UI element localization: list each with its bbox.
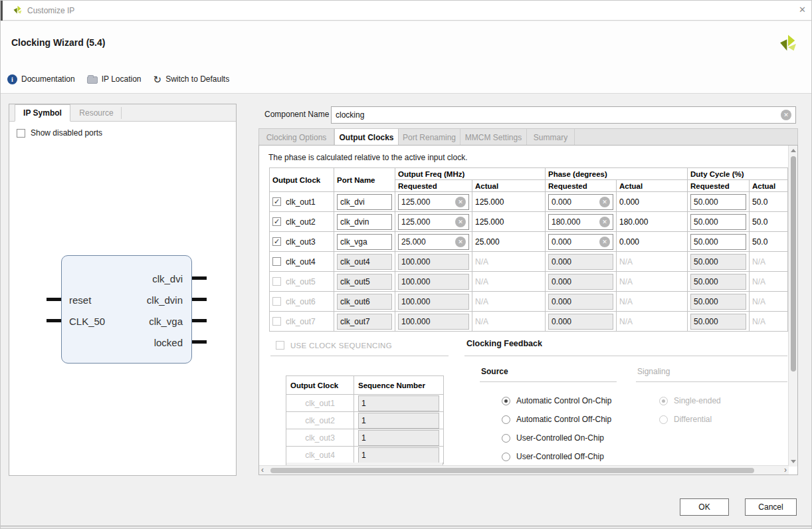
window-bottom-edge [1, 526, 812, 529]
scroll-left-icon[interactable]: ‹ [261, 465, 264, 475]
port-stub-clkvga [192, 319, 207, 322]
tab-resource[interactable]: Resource [72, 104, 121, 122]
phase-note: The phase is calculated relative to the … [268, 153, 468, 162]
col-duty-requested: Requested [688, 180, 750, 192]
col-duty-actual: Actual [750, 180, 788, 192]
phase-requested-input[interactable]: 0.000✕ [548, 194, 613, 210]
horizontal-scrollbar[interactable]: ‹ › [259, 465, 789, 475]
ip-location-button[interactable]: IP Location [87, 74, 142, 84]
col-duty-cycle: Duty Cycle (%) [688, 168, 788, 180]
scroll-right-icon[interactable]: › [784, 465, 787, 475]
horizontal-scroll-thumb[interactable] [270, 468, 754, 473]
signaling-underline [636, 381, 787, 382]
close-icon[interactable]: ✕ [799, 5, 806, 15]
cancel-button[interactable]: Cancel [745, 498, 797, 516]
radio-differential: Differential [659, 415, 712, 424]
phase-requested-input[interactable]: 180.000✕ [548, 214, 613, 230]
ok-button[interactable]: OK [680, 498, 729, 516]
title-bar: Customize IP ✕ [1, 1, 812, 21]
radio-user-controlled-on-chip[interactable]: User-Controlled On-Chip [502, 433, 604, 443]
duty-requested-input: 50.000 [690, 274, 746, 290]
clear-icon[interactable]: ✕ [455, 237, 466, 247]
sequence-number-input: 1 [358, 430, 439, 446]
clk-out1-checkbox[interactable]: ✓ [272, 197, 281, 206]
duty-requested-input[interactable]: 50.000 [690, 194, 746, 210]
radio-automatic-control-off-chip[interactable]: Automatic Control Off-Chip [502, 415, 611, 424]
tab-mmcm-settings[interactable]: MMCM Settings [460, 129, 527, 146]
output-clocks-panel: The phase is calculated relative to the … [258, 145, 798, 475]
clear-icon[interactable]: ✕ [781, 110, 791, 120]
tab-output-clocks[interactable]: Output Clocks [334, 129, 399, 146]
switch-to-defaults-button[interactable]: ↻ Switch to Defaults [153, 74, 230, 84]
radio-icon [659, 415, 668, 424]
phase-requested-input: 0.000 [548, 254, 613, 270]
clear-icon[interactable]: ✕ [599, 217, 610, 227]
clear-icon[interactable]: ✕ [599, 237, 610, 247]
phase-requested-input[interactable]: 0.000✕ [548, 234, 613, 250]
duty-requested-input[interactable]: 50.000 [690, 234, 746, 250]
show-disabled-ports-checkbox[interactable] [17, 129, 25, 138]
port-name-input[interactable]: clk_vga [337, 234, 392, 250]
dialog-header: Clocking Wizard (5.4) i Documentation IP… [1, 21, 812, 94]
scroll-up-icon[interactable] [791, 149, 796, 152]
tab-divider [121, 107, 122, 119]
clear-icon[interactable]: ✕ [455, 217, 466, 227]
ip-symbol-panel: IP Symbol Resource Show disabled ports r… [9, 104, 237, 476]
table-row: clk_out2 1 [286, 412, 444, 429]
port-name-input: clk_out4 [337, 254, 392, 270]
port-name-input: clk_out7 [337, 314, 392, 330]
use-clock-sequencing-checkbox [276, 341, 284, 350]
refresh-icon: ↻ [153, 74, 162, 84]
clear-icon[interactable]: ✕ [455, 197, 466, 207]
col-output-clock: Output Clock [270, 168, 334, 192]
clk-out4-checkbox[interactable] [272, 257, 281, 266]
port-name-input[interactable]: clk_dvi [337, 194, 392, 210]
radio-automatic-control-on-chip[interactable]: Automatic Control On-Chip [502, 396, 611, 405]
duty-requested-input[interactable]: 50.000 [690, 214, 746, 230]
documentation-label: Documentation [21, 74, 75, 84]
duty-requested-input: 50.000 [690, 294, 746, 310]
scroll-down-icon[interactable] [791, 460, 796, 463]
tab-ip-symbol[interactable]: IP Symbol [15, 104, 70, 122]
clk-out2-checkbox[interactable]: ✓ [272, 217, 281, 226]
vertical-scrollbar[interactable] [788, 146, 797, 467]
tab-port-renaming[interactable]: Port Renaming [399, 129, 460, 146]
vertical-scroll-thumb[interactable] [791, 156, 796, 371]
port-name-input[interactable]: clk_dvin [337, 214, 392, 230]
radio-user-controlled-off-chip[interactable]: User-Controlled Off-Chip [502, 452, 604, 461]
freq-requested-input[interactable]: 25.000✕ [398, 234, 469, 250]
col-freq-actual: Actual [472, 180, 546, 192]
tab-summary[interactable]: Summary [527, 129, 575, 146]
ip-location-label: IP Location [102, 74, 142, 84]
clear-icon[interactable]: ✕ [599, 197, 610, 207]
col-phase: Phase (degrees) [546, 168, 688, 180]
signaling-group-label: Signaling [637, 367, 670, 376]
freq-requested-input[interactable]: 125.000✕ [398, 214, 469, 230]
radio-icon [502, 397, 510, 405]
port-name-input: clk_out6 [337, 294, 392, 310]
documentation-button[interactable]: i Documentation [7, 74, 75, 84]
use-clock-sequencing-row: USE CLOCK SEQUENCING [276, 341, 392, 350]
radio-icon [502, 434, 510, 443]
tab-clocking-options[interactable]: Clocking Options [259, 129, 334, 146]
output-clocks-table: Output Clock Port Name Output Freq (MHz)… [269, 167, 788, 332]
main-tab-bar: Clocking Options Output Clocks Port Rena… [258, 128, 798, 145]
table-row: clk_out5 clk_out5 100.000 N/A 0.000 N/A … [270, 272, 788, 292]
duty-requested-input: 50.000 [690, 254, 746, 270]
freq-requested-input: 100.000 [398, 254, 469, 270]
radio-icon [502, 415, 510, 424]
port-label-locked: locked [154, 337, 183, 348]
sequence-number-input: 1 [358, 395, 439, 411]
source-group-label: Source [481, 367, 508, 376]
component-name-value: clocking [336, 110, 364, 120]
table-row: clk_out7 clk_out7 100.000 N/A 0.000 N/A … [270, 312, 788, 332]
col-phase-requested: Requested [546, 180, 617, 192]
info-icon: i [7, 74, 17, 84]
freq-requested-input[interactable]: 125.000✕ [398, 194, 469, 210]
port-stub-clk50 [47, 319, 61, 322]
window-title: Customize IP [27, 6, 74, 15]
sequence-number-input: 1 [358, 413, 439, 429]
clk-out3-checkbox[interactable]: ✓ [272, 237, 281, 246]
seq-col-sequence-number: Sequence Number [354, 376, 444, 395]
component-name-input[interactable]: clocking ✕ [331, 106, 796, 124]
